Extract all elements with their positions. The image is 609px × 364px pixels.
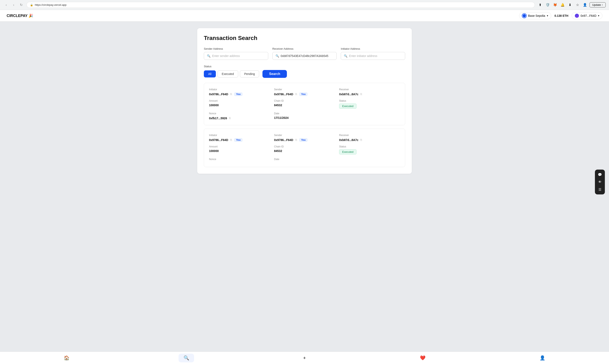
tx2-amount-value: 100000 bbox=[209, 149, 270, 153]
tx-chainid-label: Chain ID bbox=[274, 99, 335, 102]
tx2-grid-nonce: Nonce Date bbox=[209, 158, 400, 162]
shield-icon[interactable]: 🛡️ bbox=[545, 2, 551, 8]
search-nav-button[interactable]: 🔍 bbox=[179, 354, 194, 362]
receiver-search-icon: 🔍 bbox=[276, 54, 279, 58]
refresh-button[interactable]: ↻ bbox=[18, 2, 24, 8]
forward-button[interactable]: › bbox=[11, 2, 17, 8]
tx2-initiator-label: Initiator bbox=[209, 134, 270, 137]
tx-grid-top: Initiator 0x9786...F64D ⎘ You Sender 0x9… bbox=[209, 88, 400, 96]
receiver-field-group: Receiver Address 🔍 bbox=[272, 47, 337, 60]
table-row: Initiator 0x9786...F64D ⎘ You Sender 0x9… bbox=[204, 129, 405, 167]
initiator-you-badge: You bbox=[234, 92, 243, 96]
wallet-avatar bbox=[575, 14, 579, 18]
tx-receiver-label: Receiver bbox=[339, 88, 400, 91]
tx2-status-value: Executed bbox=[339, 149, 400, 155]
update-button[interactable]: Update ↑ bbox=[590, 2, 606, 7]
tx2-initiator-you-badge: You bbox=[234, 138, 243, 142]
main-content: Transaction Search Sender Address 🔍 Rece… bbox=[191, 22, 418, 180]
tx2-sender-field: Sender 0x9786...F64D ⎘ You bbox=[274, 134, 335, 142]
copy-receiver-button[interactable]: ⎘ bbox=[360, 92, 362, 96]
chevron-down-icon: ▾ bbox=[547, 14, 548, 17]
tx-amount-label: Amount bbox=[209, 99, 270, 102]
heart-nav-button[interactable]: ❤️ bbox=[415, 354, 430, 362]
tx2-chainid-label: Chain ID bbox=[274, 145, 335, 148]
star-icon[interactable]: ☆ bbox=[575, 2, 580, 8]
copy-initiator-button[interactable]: ⎘ bbox=[230, 92, 232, 96]
status-pending-button[interactable]: Pending bbox=[240, 70, 259, 78]
tx2-nonce-label: Nonce bbox=[209, 158, 270, 161]
tx2-sender-value: 0x9786...F64D ⎘ You bbox=[274, 138, 335, 142]
copy-tx2-sender-button[interactable]: ⎘ bbox=[295, 138, 297, 142]
tx-status-field: Status Executed bbox=[339, 99, 400, 109]
tx2-status-badge: Executed bbox=[339, 149, 357, 155]
download-icon[interactable]: ⬇ bbox=[567, 2, 573, 8]
header-right: Base Sepolia ▾ 0.138 ETH 0x97...F64D ▾ bbox=[519, 12, 602, 19]
back-button[interactable]: ‹ bbox=[3, 2, 9, 8]
tx2-date-label: Date bbox=[274, 158, 335, 161]
tx2-receiver-value: 0xb87d...8A7c ⎘ bbox=[339, 138, 400, 142]
tx2-grid-top: Initiator 0x9786...F64D ⎘ You Sender 0x9… bbox=[209, 134, 400, 142]
tx-initiator-value: 0x9786...F64D ⎘ You bbox=[209, 92, 270, 96]
tx2-amount-field: Amount 100000 bbox=[209, 145, 270, 155]
initiator-input-wrapper: 🔍 bbox=[341, 52, 405, 60]
tx-date-label: Date bbox=[274, 112, 335, 115]
receiver-label: Receiver Address bbox=[272, 47, 337, 50]
copy-tx2-receiver-button[interactable]: ⎘ bbox=[360, 138, 362, 142]
status-executed-button[interactable]: Executed bbox=[217, 70, 238, 78]
copy-nonce-button[interactable]: ⎘ bbox=[229, 116, 231, 120]
tx-chainid-field: Chain ID 84532 bbox=[274, 99, 335, 109]
network-badge[interactable]: Base Sepolia ▾ bbox=[519, 12, 551, 19]
copy-tx2-initiator-button[interactable]: ⎘ bbox=[230, 138, 232, 142]
tx2-date-field: Date bbox=[274, 158, 335, 162]
initiator-search-icon: 🔍 bbox=[344, 54, 347, 58]
page-title: Transaction Search bbox=[204, 35, 405, 41]
search-icon: 🔍 bbox=[184, 355, 189, 361]
status-badge: Executed bbox=[339, 104, 357, 109]
tx-nonce-value: 0xfb17...5926 ⎘ bbox=[209, 116, 270, 120]
copy-sender-button[interactable]: ⎘ bbox=[295, 92, 297, 96]
bell-icon[interactable]: 🔔 bbox=[560, 2, 566, 8]
search-button[interactable]: Search bbox=[263, 70, 287, 78]
tx-chainid-value: 84532 bbox=[274, 104, 335, 107]
sender-label: Sender Address bbox=[204, 47, 268, 50]
tx-sender-label: Sender bbox=[274, 88, 335, 91]
tx-date-value: 17/11/2024 bbox=[274, 116, 335, 119]
profile-nav-button[interactable]: 👤 bbox=[535, 354, 550, 362]
tx2-nonce-field: Nonce bbox=[209, 158, 270, 162]
browser-chrome: ‹ › ↻ 🔒 https://circlepay.vercel.app ⬆ 🛡… bbox=[0, 0, 609, 10]
add-icon: + bbox=[303, 355, 306, 361]
wallet-address: 0x97...F64D bbox=[581, 14, 596, 17]
wallet-badge[interactable]: 0x97...F64D ▾ bbox=[572, 12, 602, 19]
tx2-receiver-label: Receiver bbox=[339, 134, 400, 137]
tx-grid-bottom: Amount 100000 Chain ID 84532 Status Exec… bbox=[209, 99, 400, 109]
address-bar[interactable]: 🔒 https://circlepay.vercel.app bbox=[26, 2, 535, 8]
sender-input[interactable] bbox=[212, 54, 265, 58]
tx2-receiver-field: Receiver 0xb87d...8A7c ⎘ bbox=[339, 134, 400, 142]
initiator-input[interactable] bbox=[349, 54, 402, 58]
eye-icon[interactable]: 👁 bbox=[596, 179, 603, 185]
transaction-list: Initiator 0x9786...F64D ⎘ You Sender 0x9… bbox=[204, 83, 405, 167]
floating-widget: 💬 👁 ☰ bbox=[595, 169, 605, 195]
receiver-input[interactable] bbox=[281, 54, 334, 58]
chat-icon[interactable]: 💬 bbox=[596, 171, 603, 178]
profile-icon[interactable]: 👤 bbox=[582, 2, 588, 8]
app-logo: CIRCLEPAY 🎉 bbox=[7, 13, 33, 18]
sender-input-wrapper: 🔍 bbox=[204, 52, 268, 60]
eth-balance: 0.138 ETH bbox=[555, 14, 569, 17]
tx-nonce-field: Nonce 0xfb17...5926 ⎘ bbox=[209, 112, 270, 120]
fox-icon[interactable]: 🦊 bbox=[552, 2, 558, 8]
list-icon[interactable]: ☰ bbox=[596, 186, 603, 193]
tx2-status-label: Status bbox=[339, 145, 400, 148]
search-fields: Sender Address 🔍 Receiver Address 🔍 Init… bbox=[204, 47, 405, 60]
sender-you-badge: You bbox=[299, 92, 308, 96]
share-icon[interactable]: ⬆ bbox=[537, 2, 543, 8]
tx2-chainid-value: 84532 bbox=[274, 149, 335, 153]
status-all-button[interactable]: All bbox=[204, 70, 216, 78]
tx2-status-field: Status Executed bbox=[339, 145, 400, 155]
add-nav-button[interactable]: + bbox=[298, 354, 311, 362]
tx-sender-field: Sender 0x9786...F64D ⎘ You bbox=[274, 88, 335, 96]
sender-search-icon: 🔍 bbox=[207, 54, 211, 58]
tx2-sender-label: Sender bbox=[274, 134, 335, 137]
home-nav-button[interactable]: 🏠 bbox=[59, 354, 74, 362]
profile-icon: 👤 bbox=[540, 355, 545, 361]
